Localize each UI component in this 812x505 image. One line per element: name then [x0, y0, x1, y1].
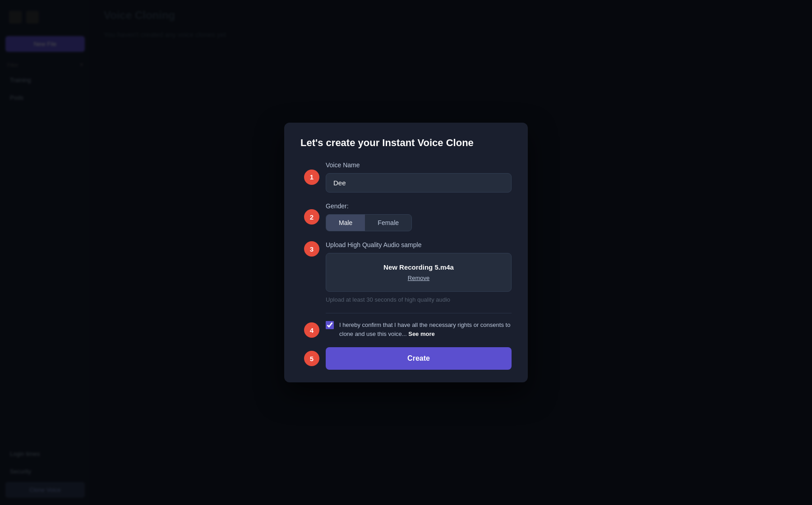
audio-upload-label: Upload High Quality Audio sample: [326, 241, 512, 248]
consent-text: I hereby confirm that I have all the nec…: [339, 321, 512, 338]
gender-label: Gender:: [326, 202, 512, 210]
audio-upload-box[interactable]: New Recording 5.m4a Remove: [326, 253, 512, 292]
step-1-indicator: 1: [304, 170, 319, 185]
create-button-group: 5 Create: [326, 347, 512, 370]
consent-checkbox[interactable]: [326, 321, 334, 329]
modal-title: Let's create your Instant Voice Clone: [300, 137, 512, 149]
audio-filename: New Recording 5.m4a: [333, 263, 504, 271]
voice-name-input[interactable]: [326, 173, 512, 193]
audio-remove-button[interactable]: Remove: [333, 275, 504, 281]
gender-female-button[interactable]: Female: [365, 215, 411, 231]
consent-field-group: 4 I hereby confirm that I have all the n…: [326, 313, 512, 347]
gender-field-group: 2 Gender: Male Female: [326, 202, 512, 231]
voice-name-label: Voice Name: [326, 161, 512, 169]
consent-row: I hereby confirm that I have all the nec…: [326, 313, 512, 347]
step-3-indicator: 3: [304, 241, 319, 257]
step-2-indicator: 2: [304, 209, 319, 225]
audio-hint-text: Upload at least 30 seconds of high quali…: [326, 296, 512, 303]
gender-male-button[interactable]: Male: [326, 215, 365, 231]
create-voice-button[interactable]: Create: [326, 347, 512, 370]
step-4-indicator: 4: [304, 322, 319, 338]
gender-selector: Male Female: [326, 214, 412, 231]
see-more-link[interactable]: See more: [408, 331, 435, 337]
modal-overlay: Let's create your Instant Voice Clone 1 …: [0, 0, 812, 505]
create-voice-clone-modal: Let's create your Instant Voice Clone 1 …: [284, 123, 528, 382]
voice-name-field-group: 1 Voice Name: [326, 161, 512, 193]
audio-upload-field-group: 3 Upload High Quality Audio sample New R…: [326, 241, 512, 303]
step-5-indicator: 5: [304, 351, 319, 366]
